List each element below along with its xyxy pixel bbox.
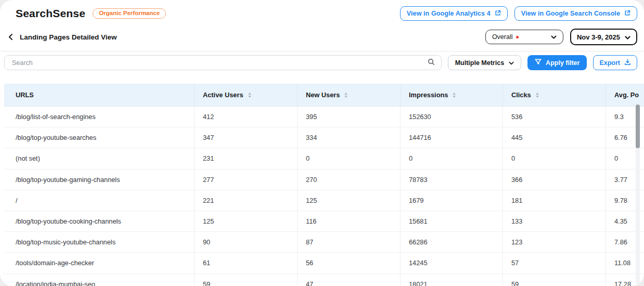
metric-cell: 15681 xyxy=(400,211,503,231)
url-cell[interactable]: /blog/top-youtube-searches xyxy=(4,127,194,148)
column-header-active-users[interactable]: Active Users xyxy=(194,84,297,106)
metric-cell: 90 xyxy=(194,232,297,252)
metric-cell: 66286 xyxy=(400,232,503,252)
date-range-dropdown[interactable]: Nov 3-9, 2025 xyxy=(570,29,637,45)
sort-icon[interactable] xyxy=(536,93,539,98)
chevron-down-icon xyxy=(509,59,514,67)
top-header: SearchSense Organic Performance View in … xyxy=(16,6,637,21)
table-row: / 221 125 1679 181 9.78 xyxy=(4,190,644,211)
apply-filter-label: Apply filter xyxy=(546,59,579,67)
url-cell[interactable]: /location/india-mumbai-seo xyxy=(4,274,194,286)
url-cell[interactable]: (not set) xyxy=(4,148,194,168)
url-cell[interactable]: /tools/domain-age-checker xyxy=(4,253,194,273)
column-header-label: Impressions xyxy=(409,91,448,99)
column-header-new-users[interactable]: New Users xyxy=(297,84,400,106)
metric-cell: 445 xyxy=(503,127,606,148)
table-row: /blog/top-youtube-cooking-channels 125 1… xyxy=(4,211,644,232)
external-link-icon xyxy=(624,10,630,18)
metric-cell: 0 xyxy=(297,148,400,168)
column-header-avg-position[interactable]: Avg. Po xyxy=(606,84,644,106)
url-cell[interactable]: /blog/list-of-search-engines xyxy=(4,107,194,127)
table-row: /blog/list-of-search-engines 412 395 152… xyxy=(4,107,644,127)
header-divider xyxy=(0,51,644,51)
metric-cell: 47 xyxy=(297,274,400,286)
view-ga4-label: View in Google Analytics 4 xyxy=(407,10,491,17)
alert-dot-icon xyxy=(516,36,519,38)
segment-dropdown[interactable]: Overall xyxy=(485,30,563,44)
metric-cell: 133 xyxy=(503,211,606,231)
back-title: Landing Pages Detailed View xyxy=(7,32,117,42)
header-actions: View in Google Analytics 4 View in Googl… xyxy=(400,6,637,21)
multiple-metrics-label: Multiple Metrics xyxy=(455,59,504,67)
table-row: /blog/top-youtube-searches 347 334 14471… xyxy=(4,127,644,148)
toolbar: Multiple Metrics Apply filter Export xyxy=(4,55,637,70)
url-cell[interactable]: /blog/top-youtube-cooking-channels xyxy=(4,211,194,231)
url-cell[interactable]: /blog/top-youtube-gaming-channels xyxy=(4,170,194,190)
date-range-value: Nov 3-9, 2025 xyxy=(577,33,620,41)
view-gsc-label: View in Google Search Console xyxy=(521,10,620,17)
column-header-clicks[interactable]: Clicks xyxy=(503,84,606,106)
metric-cell: 14245 xyxy=(400,253,503,273)
column-header-label: URLS xyxy=(16,91,34,99)
search-icon[interactable] xyxy=(428,58,435,68)
page-title: Landing Pages Detailed View xyxy=(20,33,117,41)
metric-cell: 270 xyxy=(297,170,400,190)
download-icon xyxy=(624,59,631,67)
metric-cell: 0 xyxy=(503,148,606,168)
metric-cell: 152630 xyxy=(400,107,503,127)
metric-cell: 366 xyxy=(503,170,606,190)
column-header-label: Clicks xyxy=(511,91,531,99)
sort-icon[interactable] xyxy=(453,93,456,98)
table-row: /blog/top-music-youtube-channels 90 87 6… xyxy=(4,232,644,253)
metric-cell: 125 xyxy=(194,211,297,231)
metric-cell: 123 xyxy=(503,232,606,252)
metric-cell: 56 xyxy=(297,253,400,273)
search-input[interactable] xyxy=(11,59,428,67)
metric-cell: 18021 xyxy=(400,274,503,286)
table-row: /tools/domain-age-checker 61 56 14245 57… xyxy=(4,253,644,274)
column-header-label: Avg. Po xyxy=(614,91,639,99)
metric-cell: 59 xyxy=(503,274,606,286)
multiple-metrics-dropdown[interactable]: Multiple Metrics xyxy=(448,55,521,70)
app-title: SearchSense xyxy=(16,7,85,20)
table-scrollbar-thumb[interactable] xyxy=(636,105,640,148)
back-chevron-icon[interactable] xyxy=(7,32,15,42)
table-row: /blog/top-youtube-gaming-channels 277 27… xyxy=(4,170,644,190)
url-cell[interactable]: / xyxy=(4,190,194,211)
metric-cell: 87 xyxy=(297,232,400,252)
table-header-row: URLS Active Users New Users Impressions … xyxy=(4,84,644,107)
metric-cell: 116 xyxy=(297,211,400,231)
metric-cell: 221 xyxy=(194,190,297,211)
sub-header: Landing Pages Detailed View Overall Nov … xyxy=(7,29,637,45)
view-ga4-button[interactable]: View in Google Analytics 4 xyxy=(400,6,508,21)
metric-cell: 231 xyxy=(194,148,297,168)
table-row: (not set) 231 0 0 0 0 xyxy=(4,148,644,169)
view-gsc-button[interactable]: View in Google Search Console xyxy=(514,6,637,21)
metric-cell: 395 xyxy=(297,107,400,127)
landing-pages-table: URLS Active Users New Users Impressions … xyxy=(4,84,644,286)
export-button[interactable]: Export xyxy=(593,55,637,70)
apply-filter-button[interactable]: Apply filter xyxy=(527,55,587,70)
column-header-label: New Users xyxy=(306,91,340,99)
metric-cell: 144716 xyxy=(400,127,503,148)
metric-cell: 59 xyxy=(194,274,297,286)
url-cell[interactable]: /blog/top-music-youtube-channels xyxy=(4,232,194,252)
column-header-impressions[interactable]: Impressions xyxy=(400,84,503,106)
sort-icon[interactable] xyxy=(248,93,251,98)
segment-dropdown-value: Overall xyxy=(492,33,513,41)
dashboard-card: SearchSense Organic Performance View in … xyxy=(0,0,644,286)
sort-icon[interactable] xyxy=(344,93,347,98)
chevron-down-icon xyxy=(551,33,557,41)
column-header-urls: URLS xyxy=(4,84,194,106)
brand-wrap: SearchSense Organic Performance xyxy=(16,7,166,20)
metric-cell: 1679 xyxy=(400,190,503,211)
metric-cell: 57 xyxy=(503,253,606,273)
table-scrollbar-track[interactable] xyxy=(636,104,640,284)
metric-cell: 277 xyxy=(194,170,297,190)
metric-cell: 412 xyxy=(194,107,297,127)
table-row: /location/india-mumbai-seo 59 47 18021 5… xyxy=(4,274,644,286)
filter-funnel-icon xyxy=(535,59,542,67)
chevron-down-icon xyxy=(625,33,630,41)
metric-cell: 78783 xyxy=(400,170,503,190)
metric-cell: 181 xyxy=(503,190,606,211)
